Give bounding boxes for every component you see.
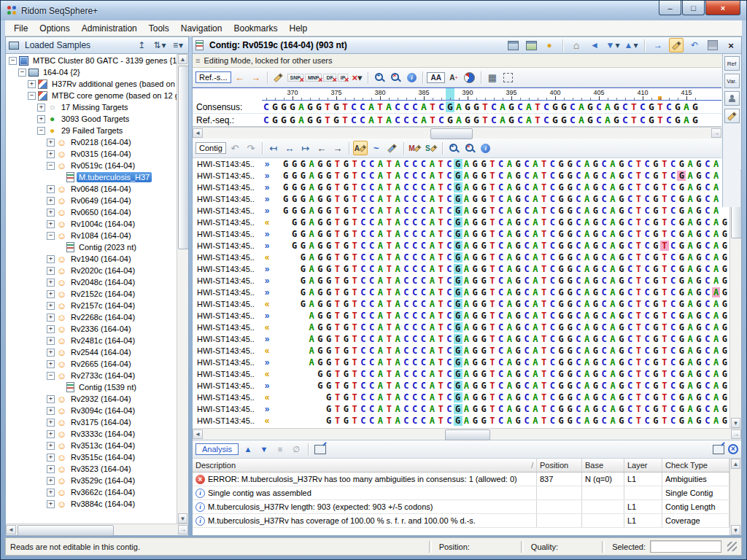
user-lock-button[interactable] xyxy=(724,91,740,106)
read-row[interactable]: HWI-ST143:45..»GTGTCCATACCCATCGAGGTCAGCA… xyxy=(193,403,729,415)
selection-mode-button[interactable] xyxy=(501,70,516,85)
broadcast-button[interactable] xyxy=(524,39,538,52)
scroll-left-icon[interactable]: ◄ xyxy=(193,128,203,138)
scroll-up-icon[interactable]: ▲ xyxy=(731,459,740,469)
column-header-layer[interactable]: Layer xyxy=(624,459,662,472)
menu-tools[interactable]: Tools xyxy=(143,21,175,36)
undo-button[interactable]: ↶ xyxy=(687,39,702,52)
back-button[interactable]: ◄ xyxy=(587,39,602,52)
split-edit-button[interactable]: S xyxy=(424,141,438,155)
expand-icon[interactable]: + xyxy=(47,477,55,485)
home-button[interactable]: ⌂ xyxy=(569,39,584,52)
close-analysis-button[interactable]: × xyxy=(728,444,738,454)
expand-icon[interactable]: + xyxy=(47,349,55,357)
read-sequence[interactable]: GGGAGGTGTCCATACCCATCGAGGTCAGCATCGGCAGCAG… xyxy=(273,159,720,169)
filter-menu-button[interactable]: ×▾ xyxy=(349,70,364,85)
menu-bookmarks[interactable]: Bookmarks xyxy=(228,21,283,36)
expand-icon[interactable]: + xyxy=(47,255,55,263)
mask-edit-button[interactable]: M xyxy=(408,141,422,155)
tree-item[interactable]: Contig (1539 nt) xyxy=(6,381,177,393)
tree-vertical-scrollbar[interactable]: ▲ ▼ xyxy=(177,54,188,524)
analysis-vertical-scrollbar[interactable]: ▲ ▼ xyxy=(729,459,741,535)
detach-analysis-button[interactable] xyxy=(712,443,725,456)
read-row[interactable]: HWI-ST143:45..»GAGGTGTCCATACCCATCGAGGTCA… xyxy=(193,275,729,287)
read-sequence[interactable]: AGGTGTCCATACCCATCGAGGTCAGCATCGGCAGCAGCTC… xyxy=(273,346,729,356)
tree-item[interactable]: +☺Rv2932 (164-04) xyxy=(6,393,177,405)
annotation-edit-button[interactable] xyxy=(724,109,740,123)
tree-item[interactable]: +☺Rv3175 (164-04) xyxy=(6,416,177,428)
collapse-icon[interactable]: − xyxy=(28,92,36,100)
amino-acid-button[interactable]: AA xyxy=(427,72,444,83)
tree-horizontal-scrollbar[interactable]: ◄ → xyxy=(6,524,188,535)
quality-values-button[interactable]: A+ xyxy=(446,70,461,85)
tree-item[interactable]: +☺Rv2048c (164-04) xyxy=(6,276,177,288)
title-bar[interactable]: Ridom SeqSphere+ – □ × xyxy=(1,1,746,20)
tree-item[interactable]: +☺Rv2157c (164-04) xyxy=(6,300,177,311)
tree-item[interactable]: +☺Rv3884c (164-04) xyxy=(6,498,177,510)
prev-contig-button[interactable]: ↶ xyxy=(228,141,242,155)
zoom-reset-button[interactable]: × xyxy=(388,70,403,85)
next-contig-button[interactable]: ↷ xyxy=(244,141,258,155)
contig-button[interactable]: Contig xyxy=(196,142,226,154)
scroll-down-icon[interactable]: ▼ xyxy=(731,418,740,428)
read-sequence[interactable]: GTGTCCATACCCATCGAGGTCAGCATCGGCAGCAGCTCGT… xyxy=(273,416,729,426)
tree-item[interactable]: +☺Rv1940 (164-04) xyxy=(6,253,177,265)
read-sequence[interactable]: AGGTGTCCATACCCATCGAGGTCAGCATCGGCAGCAGCTC… xyxy=(273,357,729,368)
collapse-icon[interactable]: − xyxy=(18,69,26,77)
tree-item[interactable]: −☺Rv2733c (164-04) xyxy=(6,370,177,381)
read-sequence[interactable]: GAGGTGTCCATACCCATCGAGGTCAGCATCGGCAGCAGCT… xyxy=(273,287,729,298)
read-sequence[interactable]: GGAGGTGTCCATACCCATCGAGGTCAGCATCGGCAGCAGC… xyxy=(273,229,729,239)
analysis-row[interactable]: iM.tuberculosis_H37Rv length: 903 (expec… xyxy=(193,500,729,514)
read-row[interactable]: HWI-ST143:45..»GGAGGTGTCCATACCCATCGAGGTC… xyxy=(193,240,729,252)
info-button[interactable]: i xyxy=(404,70,419,85)
menu-administration[interactable]: Administration xyxy=(76,21,143,36)
read-sequence[interactable]: GGAGGTGTCCATACCCATCGAGGTCAGCATCGGCAGCAGC… xyxy=(273,217,729,228)
collapse-icon[interactable]: − xyxy=(47,232,55,240)
edit-quality-button[interactable]: ~ xyxy=(369,141,384,155)
read-row[interactable]: HWI-ST143:45..«AGGTGTCCATACCCATCGAGGTCAG… xyxy=(193,345,729,357)
column-header-check-type[interactable]: Check Type xyxy=(662,459,729,472)
expand-icon[interactable]: + xyxy=(47,442,55,450)
tree-item[interactable]: +☺Rv0218 (164-04) xyxy=(6,136,177,148)
close-button[interactable]: × xyxy=(705,1,740,15)
submit-button[interactable]: → xyxy=(651,39,665,52)
expand-icon[interactable]: + xyxy=(47,290,55,298)
scroll-left-icon[interactable]: ◄ xyxy=(6,525,16,534)
tree-item[interactable]: +☺Rv3333c (164-04) xyxy=(6,428,177,440)
analysis-details-button[interactable]: ≡ xyxy=(274,443,287,456)
scroll-thumb[interactable] xyxy=(445,429,490,440)
expand-icon[interactable]: + xyxy=(37,104,45,112)
tree-item[interactable]: +☺Rv1004c (164-04) xyxy=(6,218,177,230)
tree-item[interactable]: +☺Rv3513c (164-04) xyxy=(6,440,177,451)
read-row[interactable]: HWI-ST143:45..»GGGAGGTGTCCATACCCATCGAGGT… xyxy=(193,205,729,217)
expand-icon[interactable]: + xyxy=(47,360,55,368)
expand-icon[interactable]: + xyxy=(47,325,55,333)
read-row[interactable]: HWI-ST143:45..»GGTGTCCATACCCATCGAGGTCAGC… xyxy=(193,380,729,392)
minimize-button[interactable]: – xyxy=(659,1,681,15)
tree-item[interactable]: −☺Rv0519c (164-04) xyxy=(6,160,177,171)
expand-icon[interactable]: + xyxy=(28,80,36,88)
edit-annotation-button[interactable] xyxy=(385,141,400,155)
tree-item[interactable]: +●3093 Good Targets xyxy=(6,113,177,125)
expand-icon[interactable]: + xyxy=(47,209,55,217)
read-row[interactable]: HWI-ST143:45..»AGGTGTCCATACCCATCGAGGTCAG… xyxy=(193,333,729,345)
tree-item[interactable]: +☺Rv2152c (164-04) xyxy=(6,288,177,300)
mnp-filter-button[interactable]: MNP xyxy=(305,74,322,82)
read-row[interactable]: HWI-ST143:45..«GTGTCCATACCCATCGAGGTCAGCA… xyxy=(193,415,729,427)
read-sequence[interactable]: GGGAGGTGTCCATACCCATCGAGGTCAGCATCGGCAGCAG… xyxy=(273,182,720,192)
read-sequence[interactable]: GAGGTGTCCATACCCATCGAGGTCAGCATCGGCAGCAGCT… xyxy=(273,264,729,274)
read-row[interactable]: HWI-ST143:45..«GGAGGTGTCCATACCCATCGAGGTC… xyxy=(193,217,729,228)
tree-item[interactable]: +☺Rv3094c (164-04) xyxy=(6,405,177,416)
tree-item[interactable]: +☺Rv2336 (164-04) xyxy=(6,323,177,335)
tree-item[interactable]: +☺Rv2544 (164-04) xyxy=(6,346,177,358)
read-sequence[interactable]: GTGTCCATACCCATCGAGGTCAGCATCGGCAGCAGCTCGT… xyxy=(273,404,729,414)
expand-icon[interactable]: + xyxy=(47,489,55,497)
analysis-report-button[interactable] xyxy=(314,443,327,456)
read-sequence[interactable]: GAGGTGTCCATACCCATCGAGGTCAGCATCGGCAGCAGCT… xyxy=(273,299,729,309)
scroll-down-icon[interactable]: ▼ xyxy=(731,525,740,535)
read-row[interactable]: HWI-ST143:45..»GGGAGGTGTCCATACCCATCGAGGT… xyxy=(193,193,729,205)
tree-item[interactable]: +☺Rv2268c (164-04) xyxy=(6,311,177,323)
scroll-thumb[interactable] xyxy=(430,128,473,139)
align-center-button[interactable]: ↔ xyxy=(282,141,297,155)
read-row[interactable]: HWI-ST143:45..»AGGTGTCCATACCCATCGAGGTCAG… xyxy=(193,310,729,322)
